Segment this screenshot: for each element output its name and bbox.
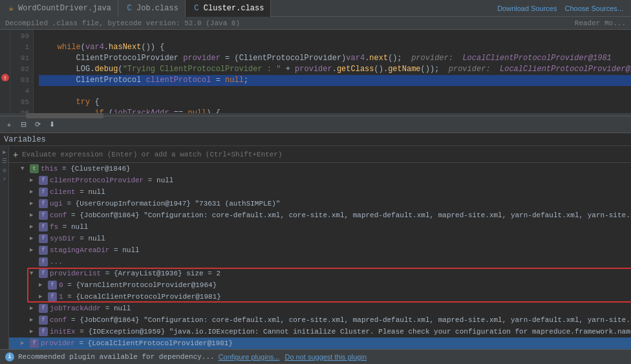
editor-container: ! 99 1 91 92 03 4 95 96 97 98 99 10 — [0, 30, 631, 364]
field-icon-7: f — [39, 246, 48, 255]
debug-btn-add[interactable]: + — [4, 120, 14, 130]
editor-area: ! 99 1 91 92 03 4 95 96 97 98 99 10 — [0, 30, 631, 113]
field-icon-providerList: f — [39, 269, 48, 278]
var-row-fs[interactable]: ▶ f fs = null — [9, 221, 631, 233]
field-icon-5: f — [39, 222, 48, 231]
tab-cluster[interactable]: C Cluster.class — [186, 0, 272, 17]
tab-bar: ☕ WordCountDriver.java C Job.class C Clu… — [0, 0, 631, 17]
expression-input[interactable] — [22, 151, 631, 158]
var-row-provider0[interactable]: ▶ f 0 = {YarnClientProtocolProvider@1964… — [9, 279, 631, 291]
variable-tree: ▼ t this = {Cluster@1846} ▶ f clientProt… — [9, 163, 631, 349]
app-container: ☕ WordCountDriver.java C Job.class C Clu… — [0, 0, 631, 364]
code-line-99 — [39, 31, 631, 42]
var-row-this[interactable]: ▼ t this = {Cluster@1846} — [9, 163, 631, 175]
reader-mode-label: Reader Mo... — [575, 19, 626, 27]
var-row-conf[interactable]: ▶ f conf = {JobConf@1864} "Configuration… — [9, 209, 631, 221]
var-row-stagingareadir[interactable]: ▶ f stagingAreaDir = null — [9, 244, 631, 256]
notification-area: i Recommended plugin available for depen… — [0, 350, 631, 364]
tab-wordcount[interactable]: ☕ WordCountDriver.java — [0, 0, 118, 17]
configure-plugins-button[interactable]: Configure plugins... — [219, 353, 280, 361]
code-line-1: while(var4.hasNext()) { — [39, 42, 631, 53]
breakpoint-gutter: ! — [0, 30, 10, 113]
debug-body: ▶ ☰ ◎ ⚡ + — [0, 146, 631, 349]
code-line-91: ClientProtocolProvider provider = (Clien… — [39, 53, 631, 64]
var-row-conf2[interactable]: ▶ f conf = {JobConf@1864} "Configuration… — [9, 314, 631, 326]
line-numbers: 99 1 91 92 03 4 95 96 97 98 99 10 11 — [10, 30, 34, 113]
info-bar: Decompiled .class file, bytecode version… — [0, 17, 631, 30]
expression-input-row: + — [9, 146, 631, 163]
var-row-sysdir[interactable]: ▶ f sysDir = null — [9, 233, 631, 244]
download-sources-button[interactable]: Download Sources — [495, 3, 559, 14]
var-row-ellipsis[interactable]: f ... — [9, 256, 631, 268]
var-row-client[interactable]: ▶ f client = null — [9, 186, 631, 198]
code-content: while(var4.hasNext()) { ClientProtocolPr… — [34, 30, 631, 113]
var-row-provider1[interactable]: ▶ f 1 = {LocalClientProtocolProvider@198… — [9, 291, 631, 303]
variables-panel: + ▼ t this = {Cluster@1846} — [9, 146, 631, 349]
field-icon-initex: f — [39, 327, 48, 336]
editor-hscroll[interactable] — [0, 113, 631, 116]
debug-panel: + ⊟ ⟳ ⬇ ⚙ Variables ▶ ☰ ◎ ⚡ — [0, 116, 631, 364]
sidebar-icon-3: ◎ — [1, 167, 8, 173]
var-row-provider[interactable]: ▶ f provider = {LocalClientProtocolProvi… — [9, 337, 631, 349]
sidebar-icon-4: ⚡ — [1, 176, 8, 182]
notification-bar: i Recommended plugin available for depen… — [0, 349, 631, 364]
notification-icon: i — [5, 352, 14, 361]
tab-job[interactable]: C Job.class — [118, 0, 186, 17]
add-expression-button[interactable]: + — [9, 146, 22, 163]
debug-sidebar: ▶ ☰ ◎ ⚡ — [0, 146, 9, 349]
variables-label: Variables — [0, 133, 631, 146]
field-icon-provider1: f — [48, 292, 57, 301]
notification-text: Recommended plugin available for depende… — [18, 353, 215, 361]
field-icon-jobtrack: f — [39, 304, 48, 313]
debug-btn-down[interactable]: ⬇ — [47, 120, 57, 130]
code-line-96: if (jobTrackAddr == null) { — [39, 108, 631, 113]
java-icon: ☕ — [6, 4, 16, 13]
choose-sources-button[interactable]: Choose Sources... — [562, 3, 626, 14]
var-row-providerList[interactable]: ▼ f providerList = {ArrayList@1936} size… — [9, 268, 631, 279]
code-line-4 — [39, 86, 631, 97]
notification-buttons: Configure plugins... Do not suggest this… — [219, 353, 367, 361]
class-icon-cluster: C — [192, 4, 201, 13]
field-icon-8: f — [39, 257, 48, 266]
provider-list-section: ▼ f providerList = {ArrayList@1936} size… — [9, 268, 631, 303]
debug-toolbar: + ⊟ ⟳ ⬇ ⚙ — [0, 116, 631, 133]
debug-btn-refresh[interactable]: ⟳ — [32, 120, 43, 130]
class-icon-job: C — [125, 4, 134, 13]
code-line-03: ClientProtocol clientProtocol = null; — [39, 75, 631, 86]
field-icon-6: f — [39, 234, 48, 243]
field-icon-provider0: f — [48, 281, 57, 290]
field-icon-3: f — [39, 199, 48, 208]
var-row-jobtrackaddr[interactable]: ▶ f jobTrackAddr = null — [9, 303, 631, 314]
sidebar-icon-2: ☰ — [1, 158, 8, 164]
debug-btn-remove[interactable]: ⊟ — [18, 120, 28, 130]
var-row-ugi[interactable]: ▶ f ugi = {UserGroupInformation@1947} "7… — [9, 198, 631, 209]
field-icon-1: f — [39, 176, 48, 185]
this-icon: t — [30, 164, 39, 173]
code-line-92: LOG.debug("Trying ClientProtocolProvider… — [39, 64, 631, 75]
field-icon-4: f — [39, 211, 48, 220]
var-row-clientProtocolProvider[interactable]: ▶ f clientProtocolProvider = null — [9, 175, 631, 186]
field-icon-provider: f — [30, 339, 39, 348]
var-row-initEx[interactable]: ▶ f initEx = {IOException@1959} "java.io… — [9, 326, 631, 337]
do-not-suggest-button[interactable]: Do not suggest this plugin — [284, 353, 367, 361]
code-line-95: try { — [39, 97, 631, 108]
sidebar-icon-1: ▶ — [1, 149, 8, 155]
field-icon-2: f — [39, 187, 48, 197]
field-icon-conf2: f — [39, 316, 48, 325]
main-layout: ! 99 1 91 92 03 4 95 96 97 98 99 10 — [0, 30, 631, 364]
